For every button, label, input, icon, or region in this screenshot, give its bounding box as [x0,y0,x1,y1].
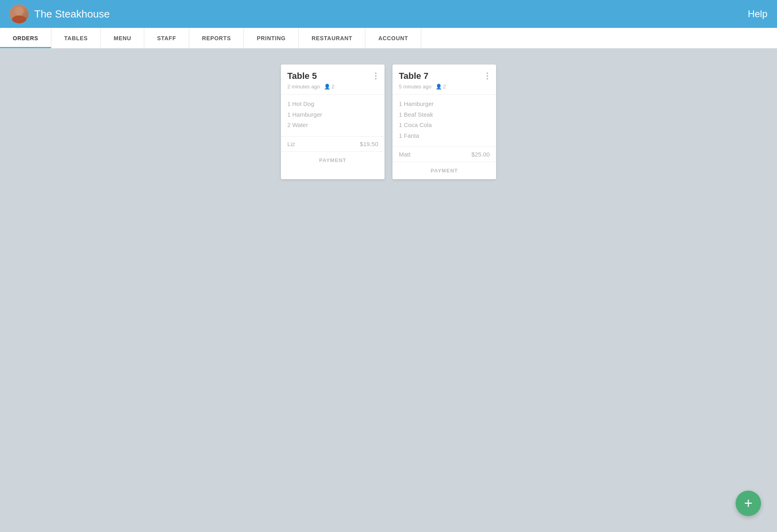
card-guests: 👤 2 [324,84,334,90]
order-item: 1 Beaf Steak [399,110,490,119]
card-menu-button[interactable] [373,71,378,81]
card-title-row: Table 7 [399,71,490,81]
card-table-name: Table 7 [399,71,428,81]
main-nav: ORDERS TABLES MENU STAFF REPORTS PRINTIN… [0,28,777,49]
nav-restaurant[interactable]: RESTAURANT [299,28,365,48]
guests-count: 2 [332,84,334,90]
order-item: 1 Hamburger [399,100,490,109]
card-waiter: Matt [399,151,410,158]
order-item: 1 Coca Cola [399,121,490,130]
order-item: 1 Hot Dog [287,100,378,109]
app-header: The Steakhouse Help [0,0,777,28]
card-header: Table 7 5 minutes ago 👤 2 [392,65,496,95]
main-content: Table 5 2 minutes ago 👤 2 1 Hot Dog1 Ham… [0,49,777,532]
card-meta: 2 minutes ago 👤 2 [287,84,378,90]
card-total: $25.00 [471,151,490,158]
header-left: The Steakhouse [10,4,110,23]
card-time: 2 minutes ago [287,84,320,90]
guests-icon: 👤 [436,84,442,90]
nav-reports[interactable]: REPORTS [189,28,244,48]
nav-menu[interactable]: MENU [101,28,144,48]
card-total: $19.50 [360,141,378,147]
card-menu-button[interactable] [485,71,490,81]
card-items: 1 Hamburger1 Beaf Steak1 Coca Cola1 Fant… [392,95,496,147]
card-footer: Matt $25.00 [392,147,496,162]
nav-account[interactable]: ACCOUNT [365,28,421,48]
payment-button[interactable]: PAYMENT [281,152,385,169]
order-item: 1 Fanta [399,131,490,141]
help-button[interactable]: Help [748,8,767,20]
nav-orders[interactable]: ORDERS [0,28,51,48]
nav-staff[interactable]: STAFF [144,28,189,48]
card-meta: 5 minutes ago 👤 2 [399,84,490,90]
guests-count: 2 [443,84,446,90]
card-time: 5 minutes ago [399,84,432,90]
card-header: Table 5 2 minutes ago 👤 2 [281,65,385,95]
card-guests: 👤 2 [436,84,446,90]
order-card: Table 5 2 minutes ago 👤 2 1 Hot Dog1 Ham… [281,65,385,179]
guests-icon: 👤 [324,84,330,90]
order-card: Table 7 5 minutes ago 👤 2 1 Hamburger1 B… [392,65,496,179]
card-waiter: Liz [287,141,295,147]
orders-grid: Table 5 2 minutes ago 👤 2 1 Hot Dog1 Ham… [10,61,767,179]
order-item: 1 Hamburger [287,110,378,119]
card-footer: Liz $19.50 [281,137,385,152]
nav-tables[interactable]: TABLES [51,28,101,48]
card-items: 1 Hot Dog1 Hamburger2 Water [281,95,385,137]
card-table-name: Table 5 [287,71,317,81]
payment-button[interactable]: PAYMENT [392,162,496,179]
avatar[interactable] [10,4,29,23]
nav-printing[interactable]: PRINTING [244,28,299,48]
add-order-fab[interactable]: + [736,491,761,516]
app-title: The Steakhouse [34,8,110,20]
order-item: 2 Water [287,121,378,130]
card-title-row: Table 5 [287,71,378,81]
